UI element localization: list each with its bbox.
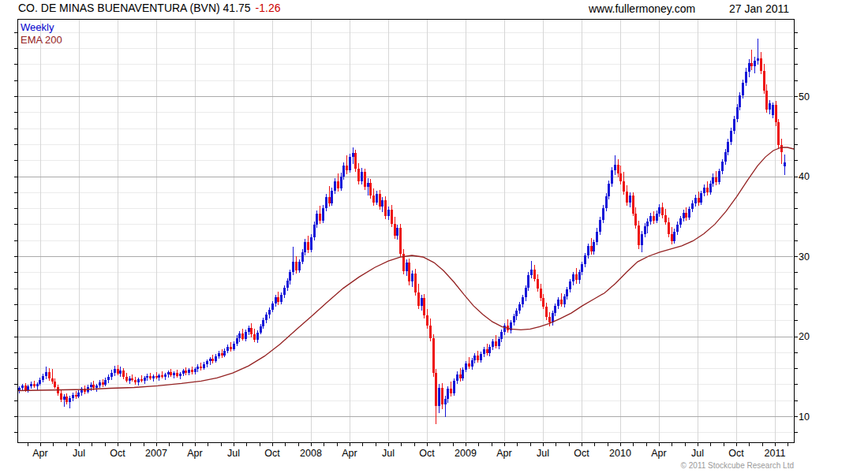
candle-body <box>673 232 675 241</box>
candle-body <box>364 172 366 187</box>
ema-legend-label: EMA 200 <box>21 34 62 46</box>
x-axis-label: 2010 <box>609 448 631 459</box>
candle-body <box>569 281 571 289</box>
candle-body <box>462 370 464 378</box>
candle-body <box>99 382 101 385</box>
candle-body <box>221 353 223 356</box>
candle-body <box>649 216 652 222</box>
candle-body <box>203 364 205 368</box>
candle-body <box>653 216 655 221</box>
x-axis-label: Oct <box>419 448 435 459</box>
candle-body <box>629 196 631 203</box>
y-axis-label: 10 <box>799 412 810 423</box>
candle-body <box>260 326 262 333</box>
candle-body <box>777 122 780 145</box>
candle-body <box>352 153 354 157</box>
candle-body <box>27 386 29 390</box>
candle-body <box>664 215 667 222</box>
candle-body <box>471 360 473 367</box>
candle-body <box>77 393 80 397</box>
candle-body <box>226 347 229 351</box>
candle-body <box>584 255 586 264</box>
candle-body <box>158 375 160 378</box>
candle-body <box>513 316 515 322</box>
candle-body <box>33 384 36 386</box>
candle-body <box>241 333 244 339</box>
y-axis-labels: 1020304050 <box>799 91 810 423</box>
candle-body <box>745 72 747 83</box>
candle-body <box>376 194 378 203</box>
candle-body <box>218 353 220 356</box>
x-axis-labels: AprJulOct2007AprJulOct2008AprJulOct2009A… <box>32 448 785 459</box>
candle-body <box>554 306 556 313</box>
candle-body <box>694 198 697 203</box>
candle-body <box>599 220 601 232</box>
candle-body <box>411 274 413 281</box>
candle-body <box>661 207 664 215</box>
candle-body <box>334 181 336 191</box>
x-axis-label: Apr <box>32 448 47 459</box>
candle-body <box>488 347 491 353</box>
candle-body <box>486 349 488 353</box>
candle-body <box>95 385 98 388</box>
candle-body <box>134 380 137 382</box>
candle-body <box>194 369 196 372</box>
candle-body <box>548 317 551 322</box>
candle-body <box>495 341 497 346</box>
candle-body <box>361 172 363 181</box>
candle-body <box>396 228 398 236</box>
candle-body <box>765 91 768 110</box>
candle-body <box>301 252 304 262</box>
candle-body <box>21 385 24 388</box>
candle-body <box>542 298 544 307</box>
candle-body <box>119 371 122 374</box>
x-axis-label: Jul <box>382 448 395 459</box>
y-axis-label: 50 <box>799 91 810 102</box>
candle-body <box>459 374 462 378</box>
candle-body <box>155 376 158 378</box>
x-axis-label: 2007 <box>145 448 167 459</box>
candle-body <box>721 162 724 171</box>
price-chart: AprJulOct2007AprJulOct2008AprJulOct2009A… <box>0 0 868 473</box>
candle-body <box>426 315 428 326</box>
candle-body <box>211 359 214 361</box>
candle-body <box>525 288 527 297</box>
candle-body <box>715 177 717 182</box>
candle-body <box>644 226 646 234</box>
candle-body <box>45 372 47 376</box>
candle-body <box>784 162 786 166</box>
candle-body <box>384 200 387 216</box>
candle-body <box>623 181 625 192</box>
candle-body <box>387 210 390 216</box>
x-axis-label: Apr <box>651 448 666 459</box>
candle-body <box>206 361 208 364</box>
chart-page: { "header": { "title": "CO. DE MINAS BUE… <box>0 0 868 473</box>
candle-body <box>24 385 27 390</box>
candle-body <box>757 58 759 61</box>
candle-body <box>337 181 339 188</box>
candle-body <box>399 228 402 254</box>
candle-body <box>253 334 256 340</box>
candle-body <box>587 246 589 255</box>
candle-body <box>634 214 637 225</box>
candle-body <box>152 376 155 378</box>
candle-body <box>671 234 673 241</box>
candle-body <box>248 328 250 332</box>
candle-body <box>605 196 608 208</box>
candle-body <box>750 63 753 66</box>
candle-body <box>619 173 622 181</box>
candle-body <box>709 184 712 192</box>
candle-body <box>131 378 133 380</box>
candle-body <box>468 363 470 367</box>
candle-body <box>498 339 500 346</box>
candle-body <box>760 58 762 71</box>
candle-body <box>391 210 393 224</box>
candle-body <box>161 375 163 377</box>
candle-body <box>349 157 351 170</box>
candle-body <box>730 131 732 142</box>
candle-body <box>325 197 327 208</box>
candle-body <box>703 188 705 193</box>
candle-body <box>530 270 533 275</box>
candle-body <box>90 385 92 387</box>
candle-body <box>379 194 381 207</box>
